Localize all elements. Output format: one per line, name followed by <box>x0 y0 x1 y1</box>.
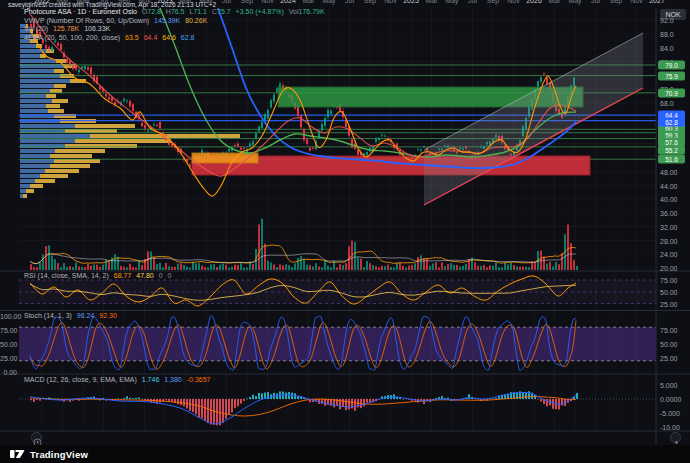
time-tick-label: Mar <box>179 0 191 4</box>
price-line-badge: 70.9 <box>658 89 685 98</box>
macd-tick-label: -10.00 <box>660 424 680 431</box>
stoch-tick-label: 50.00 <box>660 341 678 348</box>
main-legend: Photocure ASA · 1D · Euronext Oslo O72.8… <box>24 8 325 42</box>
time-tick-label: May <box>322 0 335 4</box>
rsi-tick-label: 25.00 <box>660 300 678 307</box>
macd-signal-value: -0.3657 <box>187 376 211 383</box>
price-line-badge: 79.0 <box>658 61 685 70</box>
time-tick-label: May <box>568 0 581 4</box>
rsi-legend[interactable]: RSI (14, close, SMA, 14, 2) 68.77 47.80 … <box>24 272 172 281</box>
price-tick-label: 48.00 <box>660 168 678 175</box>
price-tick-label: 20.00 <box>660 265 678 272</box>
ema200-value: 62.8 <box>181 34 195 41</box>
time-tick-label: Sep <box>610 0 622 4</box>
grid-lines <box>19 8 657 431</box>
time-tick-label: Jul <box>468 0 477 4</box>
vol-ma-value: 106.33K <box>84 25 110 32</box>
stoch-pane <box>19 316 656 371</box>
time-tick-label: Nov <box>630 0 642 4</box>
time-tick-label: Nov <box>261 0 273 4</box>
time-tick-label: Mar <box>548 0 560 4</box>
vwvp-legend-row[interactable]: VWVP (Number Of Rows, 60, Up/Down) 145.3… <box>24 17 325 26</box>
stoch-d-value: 92.30 <box>99 312 117 319</box>
time-tick-label: Sep <box>487 0 499 4</box>
ema20-value: 63.5 <box>125 34 139 41</box>
time-tick-label: Jul <box>345 0 354 4</box>
rsi-value: 68.77 <box>114 272 132 279</box>
footer-bar: TradingView <box>0 445 690 463</box>
time-tick-label: May <box>445 0 458 4</box>
chart-canvas[interactable] <box>0 0 690 463</box>
time-tick-label: Sep <box>364 0 376 4</box>
volume-legend-row[interactable]: Vol (20) 125.78K 106.33K <box>24 25 325 34</box>
rsi-tick-label: 50.00 <box>660 289 678 296</box>
symbol-legend-row[interactable]: Photocure ASA · 1D · Euronext Oslo O72.8… <box>24 8 325 17</box>
rsi-tick-label: 75.00 <box>660 277 678 284</box>
high-value: 76.5 <box>171 8 185 15</box>
stoch-tick-label: 25.00 <box>660 355 678 362</box>
stoch-left-tick-label: 75.00 <box>0 327 17 334</box>
price-tick-label: 28.00 <box>660 237 678 244</box>
stoch-k-value: 96.24 <box>77 312 95 319</box>
price-tick-label: 24.00 <box>660 251 678 258</box>
open-value: 72.8 <box>147 8 161 15</box>
macd-value: 1.380 <box>164 376 182 383</box>
price-line-badge: 55.2 <box>658 145 685 154</box>
time-tick-label: Sep <box>118 0 130 4</box>
time-tick-label: Jul <box>222 0 231 4</box>
stoch-left-tick-label: 50.00 <box>0 341 17 348</box>
macd-legend[interactable]: MACD (12, 26, close, 9, EMA, EMA) 1.746 … <box>24 376 210 385</box>
time-tick-label: 2027 <box>649 0 665 4</box>
stoch-tick-label: 75.00 <box>660 327 678 334</box>
price-tick-label: 68.0 <box>660 100 674 107</box>
change-value: +3.50 (+4.87%) <box>236 8 284 15</box>
symbol-title[interactable]: Photocure ASA · 1D · Euronext Oslo <box>24 8 137 15</box>
price-tick-label: 92.0 <box>660 17 674 24</box>
tradingview-logo-icon[interactable] <box>10 448 25 460</box>
time-tick-label: 2026 <box>526 0 542 4</box>
time-tick-label: 2022 <box>34 0 50 4</box>
macd-tick-label: -5.000 <box>660 410 680 417</box>
time-tick-label: Nov <box>507 0 519 4</box>
close-value: 75.7 <box>217 8 231 15</box>
ema100-value: 64.6 <box>162 34 176 41</box>
tradingview-chart-window: saveyiginvest created with TradingView.c… <box>0 0 690 463</box>
time-tick-label: Jul <box>591 0 600 4</box>
price-tick-label: 40.00 <box>660 196 678 203</box>
time-tick-label: Sep <box>241 0 253 4</box>
macd-pane <box>19 391 656 425</box>
price-line-badge: 75.9 <box>658 71 685 80</box>
stoch-left-tick-label: 0.00 <box>0 369 17 376</box>
macd-hist-value: 1.746 <box>142 376 160 383</box>
timezone-clock-button[interactable] <box>31 432 42 443</box>
time-tick-label: Jul <box>99 0 108 4</box>
stoch-left-tick-label: 100.00 <box>0 313 17 320</box>
time-tick-label: 2025 <box>403 0 419 4</box>
time-tick-label: Mar <box>302 0 314 4</box>
stoch-legend[interactable]: Stoch (14, 1, 3) 96.24 92.30 <box>24 312 117 321</box>
price-line-badge: 62.8 <box>658 117 685 126</box>
tradingview-logo-text[interactable]: TradingView <box>30 449 88 460</box>
macd-tick-label: 0.0000 <box>660 396 681 403</box>
time-tick-label: Nov <box>384 0 396 4</box>
rsi-ma-value: 47.80 <box>136 272 154 279</box>
vwvp-up-value: 145.39K <box>154 17 180 24</box>
price-line-badge: 51.6 <box>658 155 685 164</box>
low-value: 71.1 <box>193 8 207 15</box>
vol-value: 125.78K <box>53 25 79 32</box>
time-tick-label: Mar <box>56 0 68 4</box>
stoch-left-tick-label: 25.00 <box>0 355 17 362</box>
ema-legend-row[interactable]: 4EMA (20, 50, 100, 200, close) 63.5 64.4… <box>24 34 325 43</box>
macd-tick-label: 5.000 <box>660 382 678 389</box>
time-tick-label: 2023 <box>157 0 173 4</box>
ema50-value: 64.4 <box>144 34 158 41</box>
price-tick-label: 88.0 <box>660 31 674 38</box>
time-tick-label: Mar <box>425 0 437 4</box>
time-tick-label: May <box>76 0 89 4</box>
time-tick-label: 2024 <box>280 0 296 4</box>
axis-settings-button[interactable] <box>670 432 681 443</box>
time-tick-label: May <box>199 0 212 4</box>
price-tick-label: 36.00 <box>660 210 678 217</box>
price-tick-label: 44.00 <box>660 182 678 189</box>
volume-value: 176.79K <box>299 8 325 15</box>
